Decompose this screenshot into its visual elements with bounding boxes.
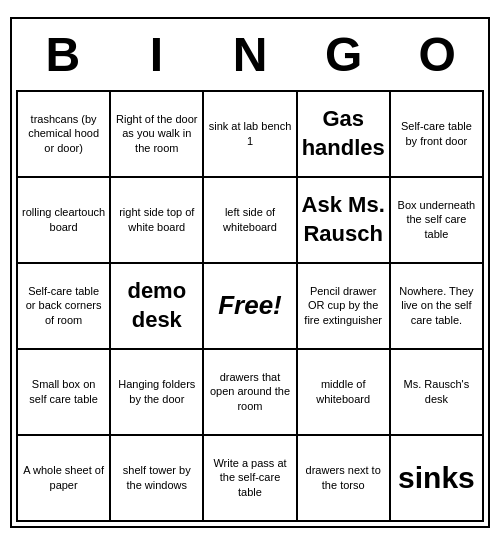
bingo-cell-19: Ms. Rausch's desk [391, 350, 484, 436]
letter-n: N [210, 27, 290, 82]
letter-o: O [397, 27, 477, 82]
bingo-cell-24: sinks [391, 436, 484, 522]
bingo-cell-5: rolling cleartouch board [18, 178, 111, 264]
bingo-cell-6: right side top of white board [111, 178, 204, 264]
bingo-cell-20: A whole sheet of paper [18, 436, 111, 522]
letter-g: G [304, 27, 384, 82]
bingo-cell-21: shelf tower by the windows [111, 436, 204, 522]
bingo-cell-18: middle of whiteboard [298, 350, 391, 436]
bingo-cell-16: Hanging folders by the door [111, 350, 204, 436]
bingo-card: B I N G O trashcans (by chemical hood or… [10, 17, 490, 528]
bingo-cell-1: Right of the door as you walk in the roo… [111, 92, 204, 178]
bingo-cell-8: Ask Ms. Rausch [298, 178, 391, 264]
letter-b: B [23, 27, 103, 82]
bingo-cell-3: Gas handles [298, 92, 391, 178]
bingo-cell-4: Self-care table by front door [391, 92, 484, 178]
bingo-cell-7: left side of whiteboard [204, 178, 297, 264]
bingo-grid: trashcans (by chemical hood or door)Righ… [16, 90, 484, 522]
bingo-cell-22: Write a pass at the self-care table [204, 436, 297, 522]
bingo-cell-2: sink at lab bench 1 [204, 92, 297, 178]
bingo-cell-23: drawers next to the torso [298, 436, 391, 522]
letter-i: I [116, 27, 196, 82]
bingo-cell-15: Small box on self care table [18, 350, 111, 436]
bingo-cell-12: Free! [204, 264, 297, 350]
bingo-cell-11: demo desk [111, 264, 204, 350]
bingo-title: B I N G O [16, 23, 484, 90]
bingo-cell-17: drawers that open around the room [204, 350, 297, 436]
bingo-cell-0: trashcans (by chemical hood or door) [18, 92, 111, 178]
bingo-cell-13: Pencil drawer OR cup by the fire extingu… [298, 264, 391, 350]
bingo-cell-14: Nowhere. They live on the self care tabl… [391, 264, 484, 350]
bingo-cell-9: Box underneath the self care table [391, 178, 484, 264]
bingo-cell-10: Self-care table or back corners of room [18, 264, 111, 350]
